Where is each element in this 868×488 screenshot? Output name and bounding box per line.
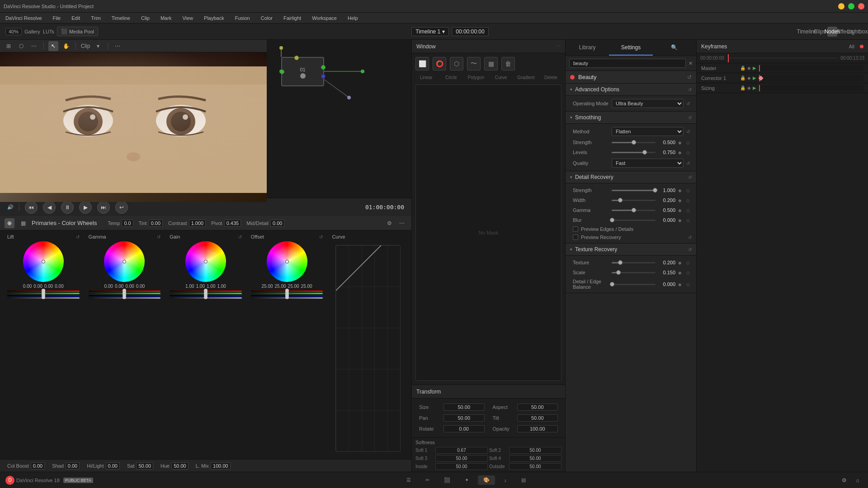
bottom-tab-fairlight[interactable]: ♪ [499,476,512,485]
bottom-tab-color[interactable]: 🎨 [478,475,495,485]
menu-edit[interactable]: Edit [70,14,82,22]
smoothing-method-select[interactable]: Flatten [612,127,684,136]
tr-detail-edge-thumb[interactable] [610,282,614,286]
advanced-options-section-header[interactable]: ▾ Advanced Options ↺ [566,84,696,96]
gain-m-slider[interactable] [170,297,242,299]
zoom-level[interactable]: 40% [5,28,22,35]
menu-color[interactable]: Color [259,14,274,22]
preview-recovery-reset-icon[interactable]: ↺ [688,235,692,240]
gradient-tool-button[interactable]: ▦ [484,57,498,70]
gain-wheel[interactable] [185,241,226,282]
search-close-icon[interactable]: ✕ [689,61,693,66]
tab-library[interactable]: Library [566,40,609,56]
dr-width-key-icon[interactable]: ◇ [686,198,692,203]
corrector1-arrow-icon[interactable]: ▶ [753,75,756,80]
media-pool-button[interactable]: ⬛ Media Pool [57,27,98,36]
detail-recovery-section-header[interactable]: ▾ Detail Recovery ↺ [566,171,696,183]
lift-reset-icon[interactable]: ↺ [76,235,80,239]
options-icon[interactable]: ⚙ [384,218,394,228]
method-reset-icon[interactable]: ↺ [686,129,692,134]
preview-edges-checkbox[interactable] [573,226,578,232]
bottom-settings-icon[interactable]: ⚙ [839,475,849,485]
lmix-value[interactable]: 100.00 [211,462,231,469]
wheel-mode-icon[interactable]: ⊕ [5,218,14,228]
dr-width-slider[interactable] [612,200,656,201]
hand-tool[interactable]: ✋ [61,41,71,51]
hue-value[interactable]: 50.00 [171,462,189,469]
tint-value[interactable]: 0.00 [149,220,163,227]
lightbox-tab[interactable]: Lightbox [853,27,863,37]
bottom-tab-fusion[interactable]: ✦ [459,475,474,485]
smoothing-strength-thumb[interactable] [632,140,636,145]
clip-arrow-icon[interactable]: ▾ [93,41,103,51]
dr-gamma-reset-icon[interactable]: ◆ [678,208,684,213]
soft4-value[interactable]: 50.00 [509,455,561,462]
tr-scale-reset-icon[interactable]: ◆ [678,270,684,275]
inside-value[interactable]: 50.00 [435,463,488,470]
size-value[interactable]: 50.00 [443,404,485,411]
master-key-icon[interactable]: ◆ [747,66,751,70]
pivot-value[interactable]: 0.435 [224,220,241,227]
window-options-icon[interactable]: ⋯ [556,43,561,49]
bottom-home-icon[interactable]: ⌂ [853,475,863,485]
sizing-lock-icon[interactable]: 🔒 [740,85,745,90]
loop-button[interactable]: ↩ [115,201,128,214]
smoothing-section-header[interactable]: ▾ Smoothing ↺ [566,112,696,124]
tr-detail-edge-slider[interactable] [612,284,656,285]
col-boost-value[interactable]: 0.00 [31,462,45,469]
sizing-key-icon[interactable]: ◆ [747,85,751,90]
smoothing-levels-thumb[interactable] [642,150,647,155]
tilt-value[interactable]: 50.00 [517,414,558,422]
plugin-enabled-dot[interactable] [570,75,575,80]
operating-mode-select[interactable]: Ultra Beauty [612,99,684,108]
levels-reset-icon[interactable]: ◆ [678,150,684,155]
tr-de-reset-icon[interactable]: ◆ [678,282,684,287]
sat-value[interactable]: 50.00 [136,462,153,469]
gamma-reset-icon[interactable]: ↺ [157,235,160,239]
menu-trim[interactable]: Trim [89,14,103,22]
dr-gamma-thumb[interactable] [632,208,636,212]
corrector1-lock-icon[interactable]: 🔒 [740,75,745,80]
tr-scale-thumb[interactable] [616,270,621,275]
corrector1-key-icon[interactable]: ◆ [747,75,751,80]
bottom-tab-cut[interactable]: ✂ [420,475,435,485]
linear-tool-button[interactable]: ⬜ [415,57,429,70]
aspect-value[interactable]: 50.00 [517,404,558,411]
expand-icon[interactable]: ⋯ [397,218,407,228]
rotate-value[interactable]: 0.00 [443,425,485,432]
detail-recovery-reset-icon[interactable]: ↺ [688,175,692,180]
menu-fusion[interactable]: Fusion [233,14,252,22]
menu-file[interactable]: File [51,14,63,22]
search-input[interactable] [569,59,686,68]
nodes-tab[interactable]: Nodes [827,27,837,37]
dr-blur-key-icon[interactable]: ◇ [686,218,692,223]
dr-strength-thumb[interactable] [653,188,657,192]
polygon-tool-button[interactable]: ⬡ [450,57,463,70]
texture-recovery-reset-icon[interactable]: ↺ [688,247,692,252]
dr-strength-slider[interactable] [612,190,656,191]
tab-settings[interactable]: Settings [609,40,652,56]
tr-texture-thumb[interactable] [618,260,623,265]
quality-reset-icon[interactable]: ↺ [686,161,692,166]
lift-wheel[interactable] [23,241,64,282]
play-forward-button[interactable]: ▶ [79,201,92,214]
play-button[interactable]: ⏸ [61,201,74,214]
keyframes-filter[interactable]: All [849,44,854,49]
timeline-tab[interactable]: Timeline [802,27,812,37]
master-lock-icon[interactable]: 🔒 [740,66,745,70]
luts-button[interactable]: LUTs [43,29,54,34]
op-mode-reset-icon[interactable]: ↺ [686,101,692,106]
tr-scale-key-icon[interactable]: ◇ [686,270,692,275]
delete-mask-button[interactable]: 🗑 [501,57,515,70]
clips-tab[interactable]: Clips [815,27,825,37]
tr-de-key-icon[interactable]: ◇ [686,282,692,287]
texture-recovery-section-header[interactable]: ▾ Texture Recovery ↺ [566,244,696,256]
soft3-value[interactable]: 50.00 [435,455,488,462]
dr-gamma-key-icon[interactable]: ◇ [686,208,692,213]
strength-key-icon[interactable]: ◇ [686,140,692,145]
step-back-button[interactable]: ◀ [43,201,56,214]
go-to-start-button[interactable]: ⏮ [25,201,38,214]
strength-reset-icon[interactable]: ◆ [678,140,684,145]
menu-mark[interactable]: Mark [159,14,173,22]
gamma-wheel[interactable] [104,241,145,282]
